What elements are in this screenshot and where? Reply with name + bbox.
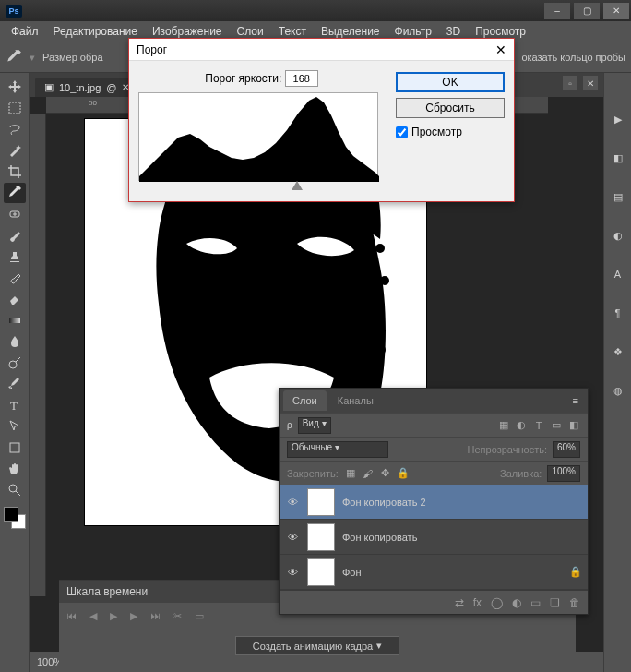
svg-text:T: T <box>10 399 18 413</box>
lasso-tool[interactable] <box>4 119 26 139</box>
tab-restore-button[interactable]: ▫ <box>563 76 577 90</box>
scissors-icon[interactable]: ✂ <box>173 610 182 622</box>
zoom-tool[interactable] <box>4 480 26 500</box>
threshold-label: Порог яркости: <box>205 72 281 85</box>
opacity-input[interactable]: 60% <box>553 441 580 458</box>
color-swatches[interactable] <box>4 507 26 529</box>
eraser-tool[interactable] <box>4 289 26 309</box>
adjustment-icon[interactable]: ◐ <box>512 596 521 609</box>
layer-thumbnail[interactable] <box>307 558 335 586</box>
filter-pixel-icon[interactable]: ▦ <box>497 419 510 432</box>
timeline-title: Шкала времени <box>66 585 148 598</box>
gradient-tool[interactable] <box>4 310 26 330</box>
layer-name[interactable]: Фон копировать 2 <box>342 497 426 508</box>
show-ring-label: оказать кольцо пробы <box>521 52 625 63</box>
history-brush-tool[interactable] <box>4 268 26 288</box>
lock-position-icon[interactable]: ✥ <box>379 467 392 480</box>
tab-channels[interactable]: Каналы <box>328 390 383 411</box>
brush-tool[interactable] <box>4 225 26 246</box>
layer-row[interactable]: 👁 Фон 🔒 <box>280 555 588 590</box>
ruler-vertical <box>30 114 46 596</box>
visibility-icon[interactable]: 👁 <box>285 565 300 580</box>
play-icon[interactable]: ▶ <box>110 610 117 622</box>
path-select-tool[interactable] <box>4 416 26 437</box>
shape-tool[interactable] <box>4 438 26 458</box>
dialog-titlebar[interactable]: Порог ✕ <box>129 39 514 61</box>
toolbox: T <box>0 73 30 672</box>
prev-frame-icon[interactable]: ◀ <box>89 610 97 622</box>
eyedropper-tool[interactable] <box>4 183 26 203</box>
trash-icon[interactable]: 🗑 <box>569 596 580 609</box>
layer-row[interactable]: 👁 Фон копировать 2 <box>280 485 588 520</box>
maximize-button[interactable]: ▢ <box>574 3 600 19</box>
dodge-tool[interactable] <box>4 353 26 373</box>
mask-icon[interactable]: ◯ <box>491 596 503 609</box>
create-animation-button[interactable]: Создать анимацию кадра▾ <box>235 636 399 655</box>
history-icon[interactable]: ▶ <box>609 110 627 128</box>
folder-icon[interactable]: ▭ <box>530 596 541 609</box>
hand-tool[interactable] <box>4 459 26 479</box>
filter-smart-icon[interactable]: ◧ <box>567 419 580 432</box>
filter-shape-icon[interactable]: ▭ <box>550 419 563 432</box>
next-frame-icon[interactable]: ▶ <box>130 610 137 622</box>
type-tool[interactable]: T <box>4 395 26 415</box>
visibility-icon[interactable]: 👁 <box>285 495 300 510</box>
last-frame-icon[interactable]: ⏭ <box>150 610 161 621</box>
layer-filter-kind[interactable]: Вид ▾ <box>298 417 331 434</box>
slider-thumb-icon[interactable] <box>292 181 303 190</box>
wand-tool[interactable] <box>4 140 26 161</box>
ok-button[interactable]: OK <box>396 72 505 92</box>
blur-tool[interactable] <box>4 331 26 352</box>
layer-name[interactable]: Фон <box>342 567 362 578</box>
lock-transparency-icon[interactable]: ▦ <box>344 467 357 480</box>
svg-point-3 <box>9 361 17 368</box>
crop-tool[interactable] <box>4 162 26 182</box>
layer-thumbnail[interactable] <box>307 488 335 516</box>
first-frame-icon[interactable]: ⏮ <box>66 610 77 621</box>
fill-input[interactable]: 100% <box>547 465 580 482</box>
swatches-icon[interactable]: ▤ <box>609 187 627 206</box>
new-layer-icon[interactable]: ❏ <box>550 596 560 609</box>
stamp-tool[interactable] <box>4 246 26 267</box>
threshold-slider[interactable] <box>138 181 385 192</box>
preview-checkbox[interactable]: Просмотр <box>396 126 505 138</box>
close-button[interactable]: ✕ <box>603 3 629 19</box>
marquee-tool[interactable] <box>4 98 26 118</box>
paragraph-icon[interactable]: ¶ <box>609 304 627 322</box>
window-titlebar: Ps – ▢ ✕ <box>0 0 631 21</box>
minimize-button[interactable]: – <box>544 3 570 19</box>
document-tab[interactable]: ▣ 10_tn.jpg @ ✕ <box>35 78 138 97</box>
blend-mode-select[interactable]: Обычные ▾ <box>287 441 388 458</box>
layer-thumbnail[interactable] <box>307 523 335 551</box>
adjustments-icon[interactable]: ◐ <box>609 226 627 245</box>
layers-icon[interactable]: ❖ <box>609 342 627 361</box>
transition-icon[interactable]: ▭ <box>195 610 204 622</box>
panel-menu-icon[interactable]: ≡ <box>567 395 584 406</box>
tab-close-button[interactable]: ✕ <box>583 76 598 90</box>
layer-name[interactable]: Фон копировать <box>342 532 417 543</box>
svg-point-6 <box>9 485 17 492</box>
text-icon[interactable]: A <box>609 265 627 283</box>
eyedropper-icon <box>6 49 22 66</box>
lock-all-icon[interactable]: 🔒 <box>397 467 410 480</box>
dialog-close-icon[interactable]: ✕ <box>495 42 506 57</box>
move-tool[interactable] <box>4 77 26 97</box>
fx-icon[interactable]: fx <box>473 596 482 609</box>
lock-pixels-icon[interactable]: 🖌 <box>362 467 375 480</box>
filter-type-icon[interactable]: T <box>532 419 545 432</box>
reset-button[interactable]: Сбросить <box>396 98 505 118</box>
svg-point-9 <box>375 244 385 253</box>
heal-tool[interactable] <box>4 204 26 224</box>
menu-file[interactable]: Файл <box>4 22 46 41</box>
channels-icon[interactable]: ◍ <box>609 381 627 400</box>
tab-layers[interactable]: Слои <box>283 390 327 411</box>
threshold-input[interactable] <box>285 70 318 87</box>
link-icon[interactable]: ⇄ <box>455 596 464 609</box>
preview-checkbox-input[interactable] <box>396 126 408 138</box>
pen-tool[interactable] <box>4 374 26 394</box>
layer-row[interactable]: 👁 Фон копировать <box>280 520 588 555</box>
visibility-icon[interactable]: 👁 <box>285 530 300 545</box>
filter-adjust-icon[interactable]: ◐ <box>515 419 528 432</box>
color-icon[interactable]: ◧ <box>609 149 627 167</box>
layer-list: 👁 Фон копировать 2 👁 Фон копировать 👁 Фо… <box>280 485 588 590</box>
